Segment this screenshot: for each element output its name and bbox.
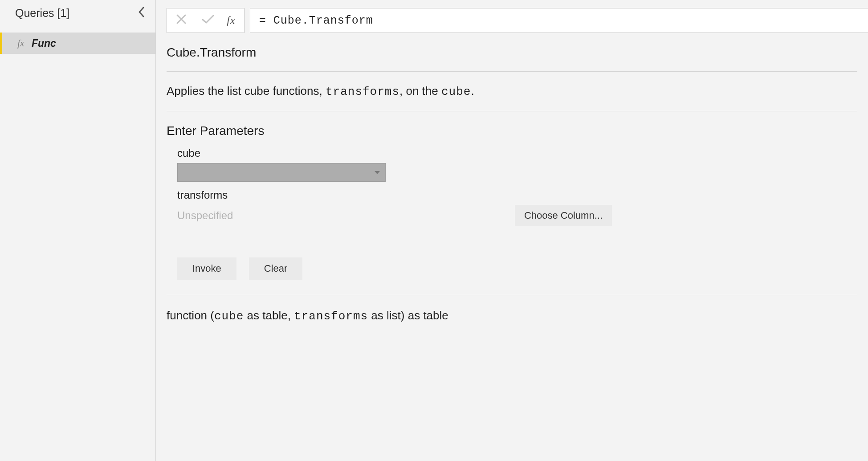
formula-input[interactable]: = Cube.Transform	[250, 8, 868, 33]
parameters-title: Enter Parameters	[167, 111, 857, 147]
clear-button[interactable]: Clear	[249, 257, 303, 280]
desc-param-cube: cube	[441, 85, 471, 98]
queries-title: Queries [1]	[15, 7, 69, 20]
cube-dropdown[interactable]	[177, 163, 386, 182]
desc-text: .	[471, 84, 474, 98]
function-signature: function (cube as table, transforms as l…	[167, 295, 857, 336]
action-buttons: Invoke Clear	[167, 226, 857, 295]
queries-sidebar: Queries [1] fx Func	[0, 0, 156, 461]
param-status-unspecified: Unspecified	[177, 209, 233, 222]
query-item-func[interactable]: fx Func	[0, 33, 155, 54]
fx-label-icon: fx	[227, 14, 238, 27]
invoke-button[interactable]: Invoke	[177, 257, 236, 280]
function-description: Applies the list cube functions, transfo…	[167, 72, 857, 111]
cancel-icon[interactable]	[173, 13, 189, 28]
content-area: Cube.Transform Applies the list cube fun…	[156, 41, 868, 347]
sig-param-cube: cube	[214, 310, 244, 323]
chevron-down-icon	[375, 171, 380, 174]
choose-column-button[interactable]: Choose Column...	[515, 205, 612, 226]
desc-text: Applies the list cube functions,	[167, 84, 326, 98]
formula-controls: fx	[167, 8, 245, 33]
function-title: Cube.Transform	[167, 41, 857, 71]
collapse-sidebar-icon[interactable]	[138, 6, 146, 20]
desc-text: , on the	[399, 84, 441, 98]
sig-text: function (	[167, 309, 214, 322]
query-list: fx Func	[0, 26, 155, 54]
param-transforms-row: Unspecified Choose Column...	[177, 205, 612, 226]
fx-icon: fx	[17, 37, 24, 49]
param-label-transforms: transforms	[177, 189, 612, 201]
sig-text: as table,	[244, 309, 294, 322]
queries-header: Queries [1]	[0, 0, 155, 26]
param-label-cube: cube	[177, 147, 612, 159]
sig-param-transforms: transforms	[294, 310, 368, 323]
parameters-block: cube transforms Unspecified Choose Colum…	[167, 147, 612, 226]
formula-bar: fx = Cube.Transform	[156, 0, 868, 41]
query-name-label: Func	[32, 37, 56, 49]
main-panel: fx = Cube.Transform Cube.Transform Appli…	[156, 0, 868, 461]
app-root: Queries [1] fx Func fx = Cube.	[0, 0, 868, 461]
confirm-icon[interactable]	[200, 13, 216, 28]
sig-text: as list) as table	[368, 309, 448, 322]
desc-param-transforms: transforms	[326, 85, 399, 98]
